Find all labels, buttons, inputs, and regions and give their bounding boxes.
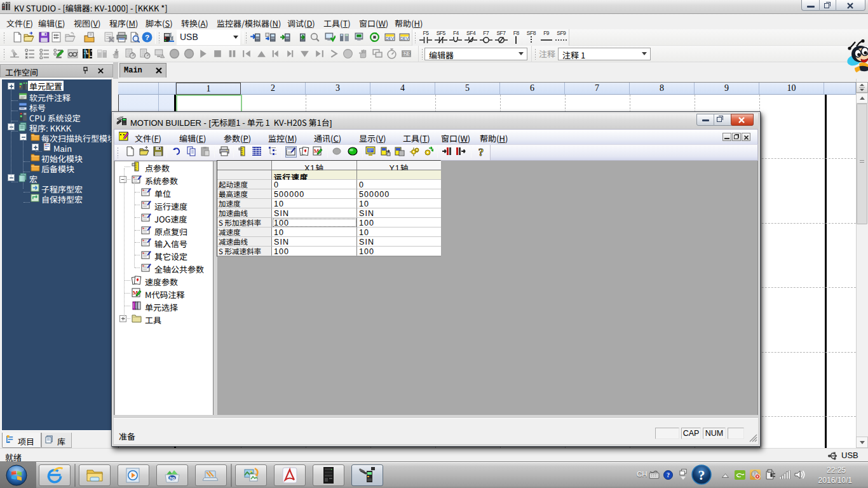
svg-text:?: ?	[478, 146, 484, 156]
svg-text:12:0: 12:0	[402, 51, 410, 56]
svg-text:?: ?	[667, 471, 670, 478]
svg-text:?: ?	[145, 33, 149, 41]
svg-text:DEV: DEV	[385, 36, 394, 41]
svg-text:DEV: DEV	[400, 36, 409, 41]
svg-text:?: ?	[698, 467, 705, 483]
svg-text:hp: hp	[170, 476, 175, 481]
